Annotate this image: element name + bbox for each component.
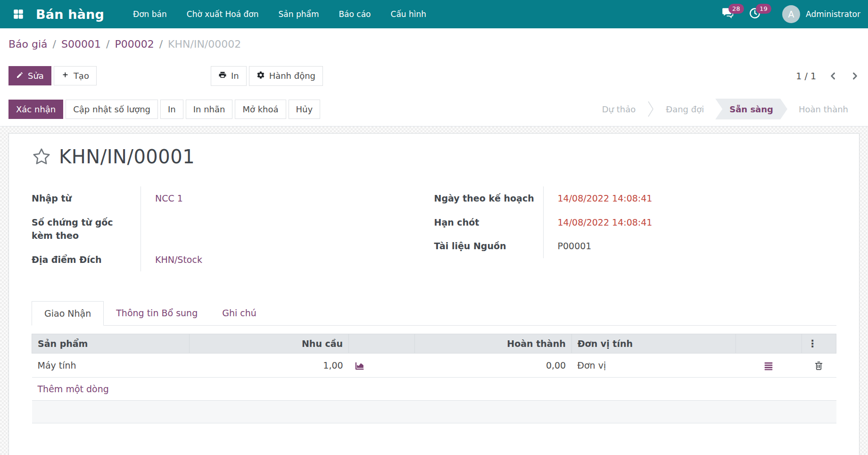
field-label: Tài liệu Nguồn [434,234,544,258]
breadcrumb-link-bao-gia[interactable]: Báo giá [8,38,48,50]
avatar: A [782,5,800,23]
menu-item-cau-hinh[interactable]: Cấu hình [381,0,437,28]
field-label: Số chứng từ gốc kèm theo [32,211,141,248]
printer-icon [218,71,227,81]
messages-button[interactable]: 28 [721,8,734,21]
column-options-kebab-icon[interactable]: ⋮ [802,334,836,354]
delete-trash-icon[interactable] [814,361,824,371]
plus-icon [61,71,69,81]
add-line-row: Thêm một dòng [32,377,836,400]
activities-button[interactable]: 19 [748,8,761,21]
menu-item-cho-xuat-hoa-don[interactable]: Chờ xuất Hoá đơn [177,0,269,28]
breadcrumb: Báo giá / S00001 / P00002 / KHN/IN/00002 [0,28,868,59]
app-brand[interactable]: Bán hàng [29,7,111,22]
breadcrumb-link-s00001[interactable]: S00001 [61,38,101,50]
tab-giao-nhan[interactable]: Giao Nhận [32,301,104,326]
status-pipeline: Dự thảo Đang đợi Sẵn sàng Hoàn thành [591,99,860,119]
field-origin-document: Số chứng từ gốc kèm theo [32,211,434,248]
field-group-right: Ngày theo kế hoạch 14/08/2022 14:08:41 H… [434,186,837,271]
detailed-operations-list-icon[interactable] [763,361,774,371]
column-header-spacer [736,334,802,354]
status-step-hoan-thanh[interactable]: Hoàn thành [787,99,860,119]
field-group-left: Nhập từ NCC 1 Số chứng từ gốc kèm theo Đ… [32,186,434,271]
action-button[interactable]: Hành động [249,66,323,86]
breadcrumb-separator: / [106,38,109,50]
menu-item-bao-cao[interactable]: Báo cáo [329,0,380,28]
menu-item-san-pham[interactable]: Sản phẩm [269,0,329,28]
statusbar: Xác nhận Cập nhật số lượng In In nhãn Mở… [0,92,868,126]
table-row[interactable]: Máy tính 1,00 0,00 Đơn vị [32,354,836,378]
top-navbar: Bán hàng Đơn bán Chờ xuất Hoá đơn Sản ph… [0,0,868,28]
pager: 1 / 1 [796,71,860,81]
print-button[interactable]: In [211,66,247,86]
pencil-icon [16,71,24,81]
field-label: Nhập từ [32,186,141,211]
update-quantity-button[interactable]: Cập nhật số lượng [66,100,158,119]
pager-previous-button[interactable] [828,71,838,81]
breadcrumb-link-p00002[interactable]: P00002 [115,38,154,50]
favorite-star-icon[interactable] [32,147,51,167]
field-label: Hạn chót [434,211,544,235]
tab-ghi-chu[interactable]: Ghi chú [210,301,269,326]
form-sheet: KHN/IN/00001 Nhập từ NCC 1 Số chứng từ g… [8,133,860,455]
add-line-link[interactable]: Thêm một dòng [32,377,836,400]
field-scheduled-date: Ngày theo kế hoạch 14/08/2022 14:08:41 [434,186,837,211]
user-name: Administrator [806,9,860,19]
status-step-du-thao[interactable]: Dự thảo [591,99,647,119]
partner-link[interactable]: NCC 1 [141,186,183,211]
field-label: Địa điểm Đích [32,248,141,272]
field-partner: Nhập từ NCC 1 [32,186,434,211]
apps-grid-icon[interactable] [10,6,26,22]
user-menu[interactable]: A Administrator [782,5,860,23]
menu-item-don-ban[interactable]: Đơn bán [123,0,177,28]
cell-uom[interactable]: Đơn vị [571,354,736,378]
field-groups: Nhập từ NCC 1 Số chứng từ gốc kèm theo Đ… [32,186,836,271]
control-panel: Sửa Tạo In Hành động 1 / 1 [0,59,868,92]
confirm-button[interactable]: Xác nhận [8,100,63,119]
activities-count-badge: 19 [756,4,771,14]
gear-icon [256,71,265,81]
table-header-row: Sản phẩm Nhu cầu Hoàn thành Đơn vị tính … [32,334,836,354]
column-header-uom[interactable]: Đơn vị tính [571,334,736,354]
pager-value: 1 / 1 [796,71,816,81]
cell-product[interactable]: Máy tính [32,354,190,378]
field-destination-location: Địa điểm Đích KHN/Stock [32,248,434,272]
forecast-chart-icon[interactable] [355,361,365,371]
cell-done[interactable]: 0,00 [415,354,572,378]
cell-demand[interactable]: 1,00 [190,354,349,378]
notebook-tabs: Giao Nhận Thông tin Bổ sung Ghi chú [32,301,836,326]
column-header-done[interactable]: Hoàn thành [415,334,572,354]
record-title: KHN/IN/00001 [59,146,195,168]
deadline-value[interactable]: 14/08/2022 14:08:41 [544,211,653,235]
column-header-demand[interactable]: Nhu cầu [190,334,349,354]
create-button[interactable]: Tạo [54,66,97,85]
content-background: KHN/IN/00001 Nhập từ NCC 1 Số chứng từ g… [0,126,868,455]
pager-next-button[interactable] [850,71,860,81]
print-statusbar-button[interactable]: In [160,100,183,119]
messages-count-badge: 28 [728,4,744,14]
chevron-right-icon [647,99,654,119]
cancel-button[interactable]: Hủy [289,100,321,119]
print-labels-button[interactable]: In nhãn [186,100,233,119]
unlock-button[interactable]: Mở khoá [235,100,286,119]
scheduled-date-value[interactable]: 14/08/2022 14:08:41 [544,186,653,211]
field-deadline: Hạn chót 14/08/2022 14:08:41 [434,211,837,235]
column-header-spacer [349,334,415,354]
edit-button[interactable]: Sửa [8,66,51,85]
field-label: Ngày theo kế hoạch [434,186,544,211]
tab-thong-tin-bo-sung[interactable]: Thông tin Bổ sung [104,301,210,326]
source-document-value[interactable]: P00001 [544,234,592,258]
breadcrumb-current: KHN/IN/00002 [168,38,241,50]
operations-table: Sản phẩm Nhu cầu Hoàn thành Đơn vị tính … [32,334,836,423]
status-step-dang-doi[interactable]: Đang đợi [654,99,715,119]
field-source-document: Tài liệu Nguồn P00001 [434,234,837,258]
breadcrumb-separator: / [159,38,163,50]
main-menu: Đơn bán Chờ xuất Hoá đơn Sản phẩm Báo cá… [123,0,436,28]
status-step-san-sang[interactable]: Sẵn sàng [715,99,787,119]
destination-location-link[interactable]: KHN/Stock [141,248,202,272]
column-header-product[interactable]: Sản phẩm [32,334,190,354]
origin-document-value[interactable] [141,211,155,248]
empty-stripe-row [32,400,836,423]
breadcrumb-separator: / [53,38,56,50]
